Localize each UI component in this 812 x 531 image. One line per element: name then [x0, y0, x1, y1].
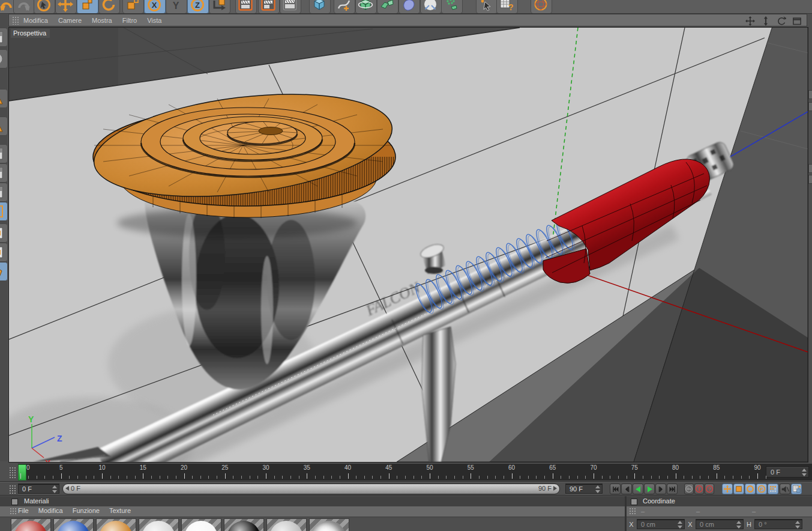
red-material-swatch[interactable] [11, 518, 51, 531]
panel-icon[interactable] [11, 499, 18, 505]
materials-menu-funzione[interactable]: Funzione [73, 507, 100, 514]
light-gray-material-swatch[interactable] [139, 518, 179, 531]
render-view-icon[interactable] [235, 0, 257, 14]
collapsed-tab[interactable] [808, 164, 812, 173]
render-settings-icon[interactable] [280, 0, 301, 14]
panel-grip[interactable] [629, 508, 637, 515]
display-filter-icon[interactable]: ? [496, 0, 518, 14]
coordinate-field-h[interactable]: 0 ° [754, 519, 802, 529]
panel-grip[interactable] [10, 508, 17, 515]
live-selection-icon[interactable] [34, 0, 55, 14]
coordinate-field-x[interactable]: 0 cm [637, 519, 685, 529]
animation-help-button[interactable]: ? [705, 484, 714, 494]
spinner-icon[interactable] [595, 485, 600, 493]
record-parameter-toggle[interactable]: P [756, 484, 767, 494]
viewport-menu-vista[interactable]: Vista [147, 17, 161, 24]
materials-menu-texture[interactable]: Texture [109, 507, 131, 514]
panel-grip[interactable] [9, 485, 17, 494]
add-particles-icon[interactable] [441, 0, 463, 14]
record-point-level-toggle[interactable] [768, 484, 778, 494]
record-scale-toggle[interactable] [733, 484, 744, 494]
materials-menu-file[interactable]: File [18, 507, 29, 514]
viewport-zoom-icon[interactable] [760, 16, 771, 26]
white-material-swatch[interactable] [181, 518, 221, 531]
make-editable-icon[interactable] [0, 28, 8, 47]
previous-frame-button[interactable] [621, 484, 632, 494]
blue-material-swatch[interactable] [53, 518, 94, 531]
polygons-mode-icon[interactable] [0, 183, 8, 202]
lock-y-axis-icon[interactable]: Y [166, 0, 187, 14]
current-frame-field[interactable]: 0 F [766, 466, 809, 478]
silver-material-swatch[interactable] [266, 518, 307, 531]
frame-tick [86, 476, 86, 479]
timeline-power-slider[interactable]: 0 F 90 F [62, 484, 560, 494]
content-browser-icon[interactable] [531, 0, 552, 14]
coordinate-system-icon[interactable] [209, 0, 230, 14]
add-spline-icon[interactable] [334, 0, 355, 14]
add-modeling-object-icon[interactable] [377, 0, 398, 14]
object-axis-mode-icon[interactable] [0, 223, 8, 243]
record-position-toggle[interactable] [722, 484, 733, 494]
lock-z-axis-icon[interactable]: Z [187, 0, 209, 14]
add-primitive-icon[interactable] [309, 0, 331, 14]
workplane-mode-icon[interactable] [0, 117, 8, 136]
current-frame-spinner[interactable]: 0 F [18, 484, 59, 494]
current-frame-marker[interactable] [18, 464, 26, 481]
panel-grip[interactable] [12, 16, 20, 25]
spinner-icon[interactable] [736, 521, 741, 529]
materials-menu-modifica[interactable]: Modifica [38, 507, 63, 514]
play-backward-button[interactable] [633, 484, 643, 494]
viewport-maximize-icon[interactable] [792, 16, 802, 26]
next-frame-button[interactable] [655, 484, 666, 494]
end-frame-spinner[interactable]: 90 F [565, 484, 603, 494]
lock-x-axis-icon[interactable]: X [144, 0, 166, 14]
object-scale-icon[interactable] [122, 0, 144, 14]
autokey-button[interactable] [694, 484, 704, 494]
viewport-menu-mostra[interactable]: Mostra [92, 17, 112, 24]
timeline-ruler[interactable]: 0 F 051015202530354045505560657075808590 [0, 464, 812, 482]
go-to-end-button[interactable] [667, 484, 678, 494]
edges-mode-icon[interactable] [0, 163, 8, 183]
model-mode-icon[interactable] [0, 49, 8, 68]
add-generator-icon[interactable] [355, 0, 377, 14]
chrome-material-swatch[interactable] [309, 518, 349, 531]
spinner-icon[interactable] [795, 521, 800, 529]
axis-modifier-icon[interactable] [0, 262, 8, 281]
model-axis-mode-icon[interactable] [0, 243, 8, 262]
viewport-3d[interactable]: FALCON USA [8, 27, 808, 463]
selection-filter-icon[interactable] [476, 0, 498, 14]
record-keyframe-button[interactable] [684, 484, 694, 494]
texture-mode-icon[interactable] [0, 89, 8, 108]
play-forward-button[interactable] [644, 484, 655, 494]
collapsed-tab[interactable] [808, 175, 812, 184]
viewport-menu-filtro[interactable]: Filtro [122, 17, 137, 24]
viewport-menu-modifica[interactable]: Modifica [23, 17, 48, 24]
spinner-icon[interactable] [801, 469, 807, 476]
timeline-track[interactable]: 0 F 051015202530354045505560657075808590 [18, 464, 812, 481]
scale-tool-icon[interactable] [77, 0, 98, 14]
spinner-icon[interactable] [52, 485, 57, 493]
viewport-pan-icon[interactable] [745, 16, 755, 26]
sound-button[interactable] [780, 484, 790, 494]
render-preview-button[interactable] [791, 484, 802, 494]
render-active-objects-icon[interactable] [258, 0, 280, 14]
redo-icon[interactable] [13, 0, 35, 14]
rotate-tool-icon[interactable] [98, 0, 120, 14]
spinner-icon[interactable] [677, 521, 682, 529]
panel-grip[interactable] [9, 467, 17, 479]
collapsed-tab[interactable] [808, 102, 812, 111]
orange-material-swatch[interactable] [96, 518, 136, 531]
black-material-swatch[interactable] [224, 518, 264, 531]
points-mode-icon[interactable] [0, 144, 8, 163]
coordinate-field-x[interactable]: 0 cm [696, 519, 744, 529]
add-scene-object-icon[interactable] [420, 0, 442, 14]
panel-icon[interactable] [631, 499, 637, 505]
go-to-start-button[interactable] [610, 484, 621, 494]
move-tool-icon[interactable] [55, 0, 77, 14]
viewport-menu-camere[interactable]: Camere [58, 17, 82, 24]
viewport-rotate-icon[interactable] [776, 16, 786, 26]
record-rotation-toggle[interactable] [745, 484, 756, 494]
texture-axis-mode-icon[interactable] [0, 202, 8, 221]
collapsed-tab[interactable] [808, 90, 812, 99]
add-deformer-icon[interactable] [398, 0, 420, 14]
